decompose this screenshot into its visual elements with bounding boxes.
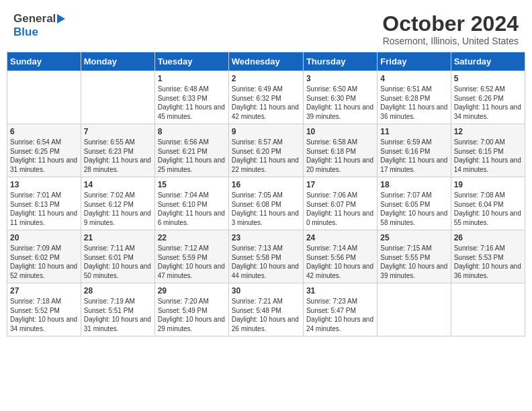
- calendar-cell: 8Sunrise: 6:56 AMSunset: 6:21 PMDaylight…: [154, 124, 228, 177]
- day-info: Sunrise: 7:08 AMSunset: 6:04 PMDaylight:…: [454, 191, 522, 227]
- day-number: 13: [10, 180, 78, 189]
- day-number: 30: [232, 286, 300, 295]
- day-number: 7: [84, 127, 152, 136]
- day-number: 5: [454, 74, 522, 83]
- day-info: Sunrise: 7:11 AMSunset: 6:01 PMDaylight:…: [84, 244, 152, 280]
- day-info: Sunrise: 7:19 AMSunset: 5:51 PMDaylight:…: [84, 297, 152, 333]
- day-info: Sunrise: 6:54 AMSunset: 6:25 PMDaylight:…: [10, 138, 78, 174]
- day-number: 9: [232, 127, 300, 136]
- calendar-header-thursday: Thursday: [303, 52, 377, 71]
- day-number: 16: [232, 180, 300, 189]
- calendar-cell: 17Sunrise: 7:06 AMSunset: 6:07 PMDayligh…: [303, 177, 377, 230]
- day-number: 17: [306, 180, 374, 189]
- day-number: 8: [158, 127, 226, 136]
- calendar-table: SundayMondayTuesdayWednesdayThursdayFrid…: [7, 52, 525, 336]
- day-info: Sunrise: 6:48 AMSunset: 6:33 PMDaylight:…: [158, 85, 226, 121]
- day-info: Sunrise: 6:57 AMSunset: 6:20 PMDaylight:…: [232, 138, 300, 174]
- day-number: 24: [306, 233, 374, 242]
- day-info: Sunrise: 6:49 AMSunset: 6:32 PMDaylight:…: [232, 85, 300, 121]
- month-title: October 2024: [382, 12, 519, 36]
- title-area: October 2024 Rosemont, Illinois, United …: [382, 12, 519, 46]
- calendar-week-row: 6Sunrise: 6:54 AMSunset: 6:25 PMDaylight…: [7, 124, 525, 177]
- day-number: 14: [84, 180, 152, 189]
- day-number: 29: [158, 286, 226, 295]
- calendar-cell: 30Sunrise: 7:21 AMSunset: 5:48 PMDayligh…: [228, 283, 303, 336]
- calendar-cell: 29Sunrise: 7:20 AMSunset: 5:49 PMDayligh…: [154, 283, 228, 336]
- day-number: 23: [232, 233, 300, 242]
- day-info: Sunrise: 6:56 AMSunset: 6:21 PMDaylight:…: [158, 138, 226, 174]
- calendar-cell: 22Sunrise: 7:12 AMSunset: 5:59 PMDayligh…: [154, 230, 228, 283]
- logo: General Blue: [13, 12, 65, 39]
- calendar-cell: 23Sunrise: 7:13 AMSunset: 5:58 PMDayligh…: [228, 230, 303, 283]
- logo-blue: Blue: [13, 26, 38, 39]
- day-number: 21: [84, 233, 152, 242]
- calendar-cell: 3Sunrise: 6:50 AMSunset: 6:30 PMDaylight…: [303, 71, 377, 124]
- day-number: 26: [454, 233, 522, 242]
- day-info: Sunrise: 7:01 AMSunset: 6:13 PMDaylight:…: [10, 191, 78, 227]
- logo-arrow-icon: [57, 14, 65, 24]
- day-number: 10: [306, 127, 374, 136]
- calendar-cell: 1Sunrise: 6:48 AMSunset: 6:33 PMDaylight…: [154, 71, 228, 124]
- day-info: Sunrise: 7:12 AMSunset: 5:59 PMDaylight:…: [158, 244, 226, 280]
- calendar-week-row: 13Sunrise: 7:01 AMSunset: 6:13 PMDayligh…: [7, 177, 525, 230]
- calendar-cell: 13Sunrise: 7:01 AMSunset: 6:13 PMDayligh…: [7, 177, 81, 230]
- day-info: Sunrise: 7:02 AMSunset: 6:12 PMDaylight:…: [84, 191, 152, 227]
- calendar-week-row: 20Sunrise: 7:09 AMSunset: 6:02 PMDayligh…: [7, 230, 525, 283]
- day-info: Sunrise: 7:04 AMSunset: 6:10 PMDaylight:…: [158, 191, 226, 227]
- calendar-cell: [81, 71, 154, 124]
- logo-general: General: [13, 12, 56, 26]
- calendar-cell: 19Sunrise: 7:08 AMSunset: 6:04 PMDayligh…: [451, 177, 525, 230]
- day-info: Sunrise: 6:55 AMSunset: 6:23 PMDaylight:…: [84, 138, 152, 174]
- calendar-cell: 6Sunrise: 6:54 AMSunset: 6:25 PMDaylight…: [7, 124, 81, 177]
- day-info: Sunrise: 6:59 AMSunset: 6:16 PMDaylight:…: [380, 138, 447, 174]
- calendar-cell: [7, 71, 81, 124]
- day-number: 2: [232, 74, 300, 83]
- calendar-cell: 7Sunrise: 6:55 AMSunset: 6:23 PMDaylight…: [81, 124, 154, 177]
- day-info: Sunrise: 7:16 AMSunset: 5:53 PMDaylight:…: [454, 244, 522, 280]
- day-number: 27: [10, 286, 78, 295]
- day-info: Sunrise: 7:09 AMSunset: 6:02 PMDaylight:…: [10, 244, 78, 280]
- calendar-header-sunday: Sunday: [7, 52, 81, 71]
- calendar-cell: 5Sunrise: 6:52 AMSunset: 6:26 PMDaylight…: [451, 71, 525, 124]
- calendar-body: 1Sunrise: 6:48 AMSunset: 6:33 PMDaylight…: [7, 71, 525, 336]
- day-number: 28: [84, 286, 152, 295]
- day-number: 3: [306, 74, 374, 83]
- day-info: Sunrise: 6:52 AMSunset: 6:26 PMDaylight:…: [454, 85, 522, 121]
- day-number: 1: [158, 74, 226, 83]
- calendar-header-saturday: Saturday: [451, 52, 525, 71]
- calendar-cell: 15Sunrise: 7:04 AMSunset: 6:10 PMDayligh…: [154, 177, 228, 230]
- day-info: Sunrise: 7:13 AMSunset: 5:58 PMDaylight:…: [232, 244, 300, 280]
- day-info: Sunrise: 7:20 AMSunset: 5:49 PMDaylight:…: [158, 297, 226, 333]
- calendar-cell: 14Sunrise: 7:02 AMSunset: 6:12 PMDayligh…: [81, 177, 154, 230]
- day-number: 19: [454, 180, 522, 189]
- day-info: Sunrise: 6:50 AMSunset: 6:30 PMDaylight:…: [306, 85, 374, 121]
- day-info: Sunrise: 6:58 AMSunset: 6:18 PMDaylight:…: [306, 138, 374, 174]
- day-info: Sunrise: 7:14 AMSunset: 5:56 PMDaylight:…: [306, 244, 374, 280]
- page-header: General Blue October 2024 Rosemont, Illi…: [7, 7, 525, 49]
- day-info: Sunrise: 7:05 AMSunset: 6:08 PMDaylight:…: [232, 191, 300, 227]
- calendar-week-row: 1Sunrise: 6:48 AMSunset: 6:33 PMDaylight…: [7, 71, 525, 124]
- calendar-cell: 24Sunrise: 7:14 AMSunset: 5:56 PMDayligh…: [303, 230, 377, 283]
- calendar-cell: 11Sunrise: 6:59 AMSunset: 6:16 PMDayligh…: [378, 124, 451, 177]
- day-info: Sunrise: 6:51 AMSunset: 6:28 PMDaylight:…: [380, 85, 447, 121]
- calendar-header-wednesday: Wednesday: [228, 52, 303, 71]
- day-number: 12: [454, 127, 522, 136]
- day-info: Sunrise: 7:07 AMSunset: 6:05 PMDaylight:…: [380, 191, 447, 227]
- calendar-cell: 18Sunrise: 7:07 AMSunset: 6:05 PMDayligh…: [378, 177, 451, 230]
- calendar-cell: 28Sunrise: 7:19 AMSunset: 5:51 PMDayligh…: [81, 283, 154, 336]
- calendar-header-friday: Friday: [378, 52, 451, 71]
- calendar-cell: 2Sunrise: 6:49 AMSunset: 6:32 PMDaylight…: [228, 71, 303, 124]
- day-info: Sunrise: 7:06 AMSunset: 6:07 PMDaylight:…: [306, 191, 374, 227]
- calendar-header-tuesday: Tuesday: [154, 52, 228, 71]
- calendar-cell: 20Sunrise: 7:09 AMSunset: 6:02 PMDayligh…: [7, 230, 81, 283]
- day-number: 15: [158, 180, 226, 189]
- calendar-cell: 26Sunrise: 7:16 AMSunset: 5:53 PMDayligh…: [451, 230, 525, 283]
- day-number: 25: [380, 233, 447, 242]
- day-info: Sunrise: 7:21 AMSunset: 5:48 PMDaylight:…: [232, 297, 300, 333]
- day-number: 4: [380, 74, 447, 83]
- day-info: Sunrise: 7:00 AMSunset: 6:15 PMDaylight:…: [454, 138, 522, 174]
- day-number: 20: [10, 233, 78, 242]
- calendar-cell: 25Sunrise: 7:15 AMSunset: 5:55 PMDayligh…: [378, 230, 451, 283]
- calendar-cell: 31Sunrise: 7:23 AMSunset: 5:47 PMDayligh…: [303, 283, 377, 336]
- calendar-cell: 21Sunrise: 7:11 AMSunset: 6:01 PMDayligh…: [81, 230, 154, 283]
